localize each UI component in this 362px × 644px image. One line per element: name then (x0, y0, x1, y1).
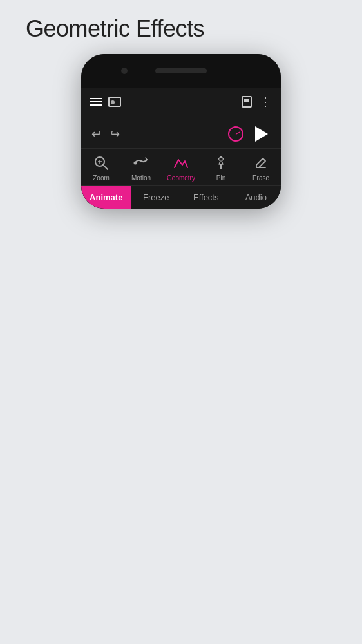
playback-bar: ↩ ↪ (81, 121, 281, 148)
more-icon[interactable]: ⋮ (260, 96, 272, 108)
geometry-label: Geometry (167, 175, 195, 182)
pin-icon (212, 154, 230, 172)
tab-audio[interactable]: Audio (231, 186, 281, 209)
zoom-icon (92, 154, 110, 172)
svg-point-35 (134, 162, 137, 165)
phone-top-bar (81, 54, 281, 88)
play-button[interactable] (252, 125, 271, 143)
tool-motion[interactable]: Motion (125, 154, 157, 182)
topbar-left (90, 97, 234, 107)
tool-zoom[interactable]: Zoom (85, 154, 117, 182)
zoom-label: Zoom (93, 175, 110, 182)
tab-effects[interactable]: Effects (181, 186, 231, 209)
erase-icon (252, 154, 270, 172)
svg-line-32 (103, 165, 108, 169)
toolbar: Zoom Motion (81, 148, 281, 185)
motion-icon (132, 154, 150, 172)
motion-label: Motion (131, 175, 151, 182)
save-icon[interactable] (242, 96, 252, 108)
image-icon[interactable] (108, 97, 121, 107)
app-topbar: ⋮ (81, 88, 281, 116)
tab-bar: Animate Freeze Effects Audio (81, 185, 281, 209)
topbar-right: ⋮ (242, 96, 272, 108)
geometry-icon (172, 154, 190, 172)
undo-redo-group: ↩ ↪ (91, 127, 120, 141)
redo-button[interactable]: ↪ (110, 127, 120, 141)
tab-animate[interactable]: Animate (81, 186, 131, 209)
pin-label: Pin (216, 175, 225, 182)
tool-pin[interactable]: Pin (205, 154, 237, 182)
tool-geometry[interactable]: Geometry (165, 154, 197, 182)
phone-frame: ⋮ (81, 54, 281, 209)
timer-button[interactable] (228, 126, 243, 142)
bottom-controls: ↩ ↪ (81, 116, 281, 209)
tool-erase[interactable]: Erase (245, 154, 277, 182)
play-triangle-icon (255, 126, 268, 142)
speaker-grille (155, 68, 207, 73)
page-title: Geometric Effects (0, 15, 204, 43)
tab-freeze[interactable]: Freeze (131, 186, 182, 209)
camera-dot (121, 68, 128, 74)
menu-icon[interactable] (90, 98, 102, 106)
undo-button[interactable]: ↩ (91, 127, 101, 141)
playback-right-group (228, 125, 271, 143)
erase-label: Erase (252, 175, 269, 182)
